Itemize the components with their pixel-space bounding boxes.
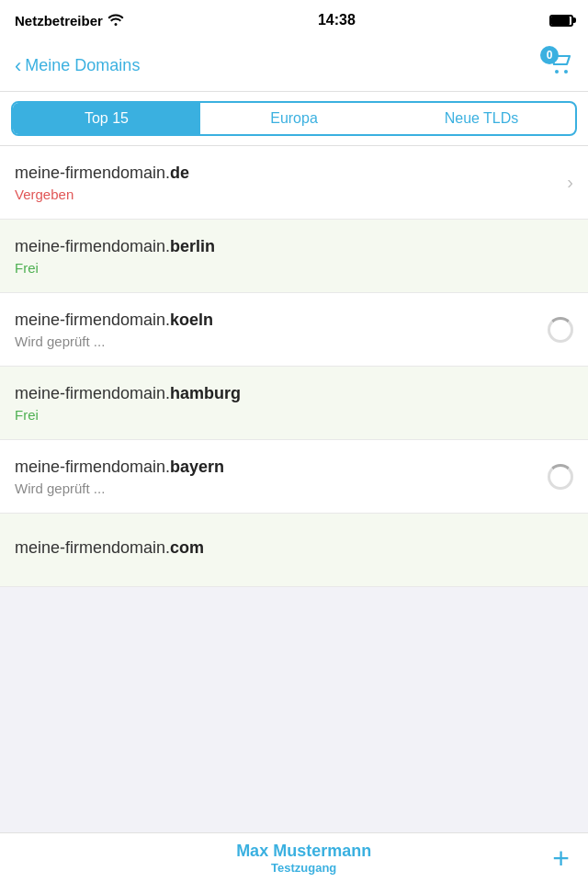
domain-item-content: meine-firmendomain.com: [15, 538, 573, 561]
segment-inner: Top 15 Europa Neue TLDs: [11, 101, 577, 136]
domain-name: meine-firmendomain.bayern: [15, 458, 540, 477]
cart-wrapper[interactable]: 0: [546, 50, 573, 82]
segment-top15[interactable]: Top 15: [13, 103, 200, 134]
user-info: Max Mustermann Testzugang: [55, 842, 552, 875]
domain-status: Wird geprüft ...: [15, 334, 540, 349]
domain-status: Vergeben: [15, 187, 560, 202]
domain-status: Frei: [15, 260, 573, 276]
time-display: 14:38: [318, 12, 356, 28]
carrier-info: Netzbetreiber: [15, 13, 124, 28]
user-role: Testzugang: [55, 861, 552, 875]
segment-neuetlds-label: Neue TLDs: [445, 110, 519, 127]
domain-name: meine-firmendomain.hamburg: [15, 384, 573, 403]
segment-neuetlds[interactable]: Neue TLDs: [388, 103, 575, 134]
battery-icon: [549, 15, 573, 27]
domain-status: Wird geprüft ...: [15, 481, 540, 496]
nav-bar: ‹ Meine Domains 0: [0, 40, 588, 92]
chevron-left-icon: ‹: [15, 56, 21, 76]
domain-item-content: meine-firmendomain.koelnWird geprüft ...: [15, 311, 540, 349]
segment-top15-label: Top 15: [85, 110, 129, 127]
cart-badge: 0: [540, 46, 559, 64]
domain-item: meine-firmendomain.com: [0, 514, 588, 587]
domain-item: meine-firmendomain.bayernWird geprüft ..…: [0, 440, 588, 514]
add-button[interactable]: +: [552, 843, 570, 873]
chevron-right-icon: ›: [567, 172, 573, 193]
nav-actions: 0: [546, 50, 573, 82]
svg-point-0: [555, 70, 559, 74]
domain-list: meine-firmendomain.deVergeben›meine-firm…: [0, 146, 588, 831]
carrier-name: Netzbetreiber: [15, 13, 103, 28]
svg-point-1: [564, 70, 568, 74]
domain-name: meine-firmendomain.de: [15, 164, 560, 183]
domain-item: meine-firmendomain.berlinFrei: [0, 220, 588, 293]
domain-item: meine-firmendomain.hamburgFrei: [0, 367, 588, 440]
domain-item: meine-firmendomain.koelnWird geprüft ...: [0, 293, 588, 367]
status-bar: Netzbetreiber 14:38: [0, 0, 588, 40]
domain-item[interactable]: meine-firmendomain.deVergeben›: [0, 146, 588, 220]
bottom-bar: Max Mustermann Testzugang +: [0, 832, 588, 882]
domain-name: meine-firmendomain.koeln: [15, 311, 540, 330]
domain-item-content: meine-firmendomain.berlinFrei: [15, 237, 573, 276]
domain-item-content: meine-firmendomain.bayernWird geprüft ..…: [15, 458, 540, 496]
loading-spinner: [548, 464, 573, 490]
domain-item-content: meine-firmendomain.deVergeben: [15, 164, 560, 202]
segment-control: Top 15 Europa Neue TLDs: [0, 92, 588, 146]
domain-name: meine-firmendomain.com: [15, 538, 573, 558]
nav-back-label: Meine Domains: [25, 56, 140, 75]
segment-europa[interactable]: Europa: [200, 103, 388, 134]
segment-europa-label: Europa: [270, 110, 318, 127]
user-name: Max Mustermann: [55, 842, 552, 861]
loading-spinner: [548, 317, 573, 343]
domain-item-content: meine-firmendomain.hamburgFrei: [15, 384, 573, 423]
domain-status: Frei: [15, 407, 573, 423]
back-button[interactable]: ‹ Meine Domains: [15, 56, 140, 76]
domain-name: meine-firmendomain.berlin: [15, 237, 573, 256]
battery-area: [549, 15, 573, 27]
wifi-icon: [107, 13, 124, 28]
